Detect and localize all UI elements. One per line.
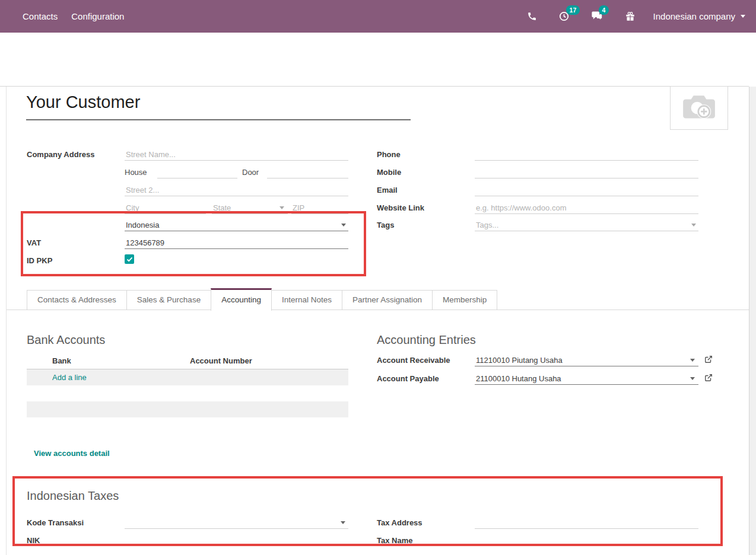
tab-contacts-addresses[interactable]: Contacts & Addresses [27,290,127,310]
nav-menus: Contacts Configuration [23,0,124,33]
payable-external-link-icon[interactable] [704,374,713,382]
vat-label: VAT [27,237,41,249]
street-input[interactable] [125,148,348,161]
kode-transaksi-select[interactable] [125,516,348,529]
website-input[interactable] [475,202,698,214]
scrollbar-track[interactable] [749,87,756,555]
tax-name-label: Tax Name [377,534,412,547]
country-dropdown-icon[interactable] [341,224,346,227]
mobile-label: Mobile [377,166,401,178]
phone-input[interactable] [475,148,698,161]
website-label: Website Link [377,202,424,214]
payable-dropdown-icon[interactable] [690,377,695,380]
tags-dropdown-icon[interactable] [691,224,696,227]
bank-accounts-title: Bank Accounts [27,333,105,347]
chevron-down-icon [741,15,745,18]
receivable-dropdown-icon[interactable] [690,359,695,362]
email-label: Email [377,184,398,196]
street2-input[interactable] [125,184,348,196]
camera-plus-icon [681,93,717,123]
message-count-badge: 4 [599,5,609,15]
account-number-column-header[interactable]: Account Number [190,356,252,365]
check-icon [126,257,133,262]
top-navbar: Contacts Configuration 17 4 Indonesian c… [0,0,756,33]
bank-column-header[interactable]: Bank [52,356,71,365]
accounting-entries-title: Accounting Entries [377,333,476,347]
tab-sales-purchase[interactable]: Sales & Purchase [126,290,211,310]
gift-icon[interactable] [625,11,636,22]
bank-table-row: Add a line [27,369,348,385]
view-accounts-detail-link[interactable]: View accounts detail [34,449,110,458]
annotation-box-indonesian-taxes [12,476,723,546]
mobile-input[interactable] [475,166,698,178]
sheet-top-border [0,86,749,87]
account-receivable-select[interactable] [475,354,698,366]
state-dropdown-icon[interactable] [279,206,284,209]
tax-address-label: Tax Address [377,516,423,529]
tab-accounting[interactable]: Accounting [211,288,272,311]
zip-input[interactable] [291,202,348,214]
country-select[interactable] [125,219,348,231]
bank-table-header: Bank Account Number [27,354,348,369]
company-switcher[interactable]: Indonesian company [653,11,745,21]
tab-membership[interactable]: Membership [432,290,497,310]
menu-configuration[interactable]: Configuration [71,0,124,33]
id-pkp-label: ID PKP [27,254,52,267]
id-pkp-checkbox[interactable] [125,254,134,264]
messages-icon[interactable]: 4 [591,11,603,22]
sheet-left-border [6,87,7,555]
door-input[interactable] [267,166,348,178]
door-label: Door [242,166,259,178]
tab-partner-assignation[interactable]: Partner Assignation [342,290,433,310]
city-input[interactable] [125,202,206,214]
house-label: House [125,166,147,178]
company-name: Indonesian company [653,11,735,21]
account-payable-select[interactable] [475,372,698,385]
tags-input[interactable] [475,219,698,231]
account-receivable-label: Account Receivable [377,354,450,366]
add-a-line-link[interactable]: Add a line [52,369,87,385]
activity-count-badge: 17 [566,5,580,15]
account-payable-label: Account Payable [377,372,439,385]
title-underline [26,119,411,120]
image-upload-placeholder[interactable] [670,86,728,130]
company-address-label: Company Address [27,148,94,161]
state-select[interactable] [212,202,288,214]
kode-transaksi-label: Kode Transaksi [27,516,84,529]
phone-icon[interactable] [527,11,537,21]
nik-label: NIK [27,534,40,547]
tags-label: Tags [377,219,394,231]
tab-internal-notes[interactable]: Internal Notes [271,290,342,310]
navbar-systray: 17 4 Indonesian company [506,11,745,22]
tax-address-input[interactable] [475,516,698,529]
receivable-external-link-icon[interactable] [704,355,713,363]
notebook-tabs: Contacts & Addresses Sales & Purchase Ac… [27,290,497,310]
indonesian-taxes-title: Indonesian Taxes [27,489,119,503]
kode-transaksi-dropdown-icon[interactable] [341,521,345,524]
bank-table-row [27,401,348,417]
record-name-input[interactable] [26,92,394,112]
email-input[interactable] [475,184,698,196]
vat-input[interactable] [125,237,348,249]
menu-contacts[interactable]: Contacts [23,0,58,33]
activities-clock-icon[interactable]: 17 [558,11,570,22]
phone-label: Phone [377,148,401,161]
house-input[interactable] [157,166,237,178]
